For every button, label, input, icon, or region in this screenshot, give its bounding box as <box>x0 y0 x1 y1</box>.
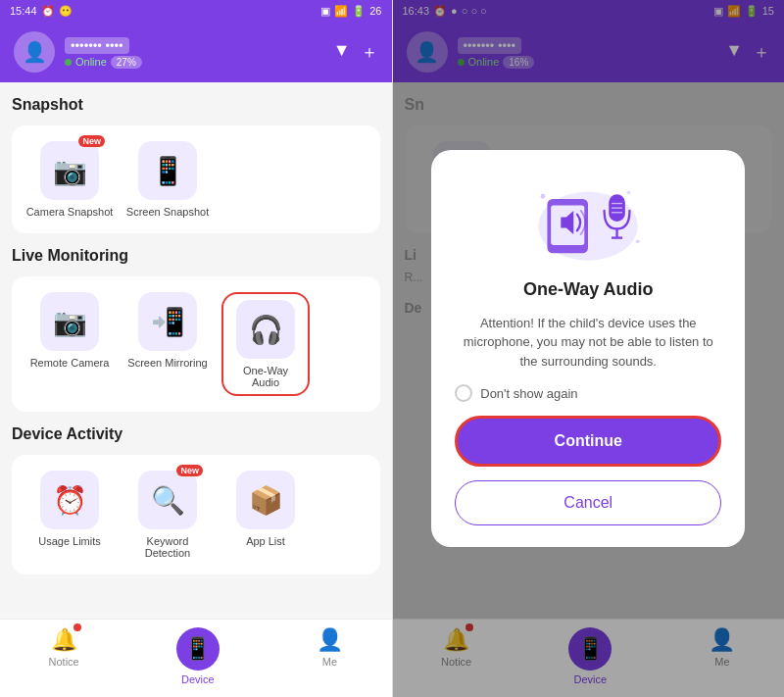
audio-illustration-svg <box>529 173 647 271</box>
device-activity-card: ⏰ Usage Limits 🔍 New Keyword Detection 📦 <box>12 455 380 574</box>
usage-limits-item[interactable]: ⏰ Usage Limits <box>25 471 114 559</box>
one-way-audio-icon-box: 🎧 <box>236 300 295 359</box>
dont-show-label: Don't show again <box>480 386 577 401</box>
left-status-icons: ▣ 📶 🔋 26 <box>320 5 381 18</box>
camera-snapshot-icon-box: 📷 New <box>40 141 99 200</box>
left-status-bar: 15:44 ⏰ 😶 ▣ 📶 🔋 26 <box>0 0 392 22</box>
left-bottom-nav: 🔔 Notice 📱 Device 👤 Me <box>0 619 392 697</box>
app-list-item[interactable]: 📦 App List <box>221 471 310 559</box>
header-icons: ▼ ＋ <box>333 40 378 64</box>
status-text: Online <box>75 56 107 68</box>
header-info: ••••••• •••• Online 27% <box>65 36 323 69</box>
remote-camera-icon: 📷 <box>53 306 87 338</box>
camera-snapshot-label: Camera Snapshot <box>26 206 114 218</box>
screen-snapshot-icon-box: 📱 <box>138 141 197 200</box>
alarm-icon: ⏰ <box>41 5 55 18</box>
keyword-detection-label: Keyword Detection <box>123 535 212 559</box>
screen-mirroring-icon: 📲 <box>151 306 185 338</box>
screen-mirroring-item[interactable]: 📲 Screen Mirroring <box>123 292 212 396</box>
screen-snapshot-label: Screen Snapshot <box>126 206 209 218</box>
time-display: 15:44 <box>10 5 37 17</box>
continue-button[interactable]: Continue <box>455 416 721 467</box>
keyword-detection-item[interactable]: 🔍 New Keyword Detection <box>123 471 212 559</box>
new-badge: New <box>78 135 105 147</box>
snapshot-card: 📷 New Camera Snapshot 📱 Screen Snapshot <box>12 125 380 233</box>
keyword-detection-icon: 🔍 <box>151 484 185 517</box>
app-list-icon: 📦 <box>249 484 283 517</box>
dropdown-icon[interactable]: ▼ <box>333 40 351 64</box>
wifi-icon: 📶 <box>334 5 348 18</box>
nav-device[interactable]: 📱 Device <box>176 627 220 685</box>
app-list-icon-box: 📦 <box>236 471 295 529</box>
device-label: Device <box>181 673 215 685</box>
modal-title: One-Way Audio <box>523 279 654 300</box>
live-monitoring-card: 📷 Remote Camera 📲 Screen Mirroring 🎧 One… <box>12 276 380 412</box>
user-status: Online 27% <box>65 56 323 69</box>
nav-notice[interactable]: 🔔 Notice <box>49 627 79 685</box>
modal-overlay: One-Way Audio Attention! If the child's … <box>393 0 785 697</box>
me-label: Me <box>322 656 337 668</box>
screen-snapshot-icon: 📱 <box>151 155 185 187</box>
modal-illustration <box>529 177 647 266</box>
snapshot-grid: 📷 New Camera Snapshot 📱 Screen Snapshot <box>25 141 367 218</box>
device-icon: 📱 <box>176 627 220 671</box>
svg-point-10 <box>541 194 546 199</box>
one-way-audio-modal: One-Way Audio Attention! If the child's … <box>431 150 745 548</box>
svg-point-12 <box>627 190 631 194</box>
nav-me[interactable]: 👤 Me <box>317 627 343 685</box>
screen-mirroring-label: Screen Mirroring <box>127 357 207 369</box>
me-icon: 👤 <box>317 627 343 653</box>
online-dot <box>65 59 72 66</box>
svg-point-11 <box>636 239 640 243</box>
live-monitoring-section-title: Live Monitoring <box>12 247 380 265</box>
left-header: 👤 ••••••• •••• Online 27% ▼ ＋ <box>0 22 392 82</box>
camera-icon: 📷 <box>53 155 87 187</box>
modal-description: Attention! If the child's device uses th… <box>455 314 721 372</box>
remote-camera-icon-box: 📷 <box>40 292 99 351</box>
usage-limits-icon: ⏰ <box>53 484 87 517</box>
usage-limits-label: Usage Limits <box>38 535 101 547</box>
remote-camera-label: Remote Camera <box>30 357 110 369</box>
right-panel: 16:43 ⏰ ● ○ ○ ○ ▣ 📶 🔋 15 👤 ••••••• •••• … <box>393 0 785 697</box>
notice-icon: 🔔 <box>51 627 77 653</box>
screen-snapshot-item[interactable]: 📱 Screen Snapshot <box>123 141 212 218</box>
add-icon[interactable]: ＋ <box>361 40 378 64</box>
one-way-audio-label: One-Way Audio <box>229 365 302 388</box>
cancel-button[interactable]: Cancel <box>455 480 721 525</box>
face-icon: 😶 <box>59 5 73 18</box>
device-battery: 27% <box>111 56 142 69</box>
avatar: 👤 <box>14 31 55 73</box>
left-content: Snapshot 📷 New Camera Snapshot 📱 Screen … <box>0 82 392 619</box>
notice-label: Notice <box>49 656 79 668</box>
remote-camera-item[interactable]: 📷 Remote Camera <box>25 292 114 396</box>
battery-icon: 🔋 <box>352 5 366 18</box>
device-activity-grid: ⏰ Usage Limits 🔍 New Keyword Detection 📦 <box>25 471 367 559</box>
camera-snapshot-item[interactable]: 📷 New Camera Snapshot <box>25 141 114 218</box>
device-activity-section-title: Device Activity <box>12 425 380 443</box>
headphone-icon: 🎧 <box>249 314 283 346</box>
left-status-time: 15:44 ⏰ 😶 <box>10 5 73 18</box>
snapshot-section-title: Snapshot <box>12 96 380 114</box>
keyword-new-badge: New <box>176 465 203 476</box>
left-panel: 15:44 ⏰ 😶 ▣ 📶 🔋 26 👤 ••••••• •••• Online… <box>0 0 392 697</box>
signal-icon: ▣ <box>320 5 330 18</box>
one-way-audio-item[interactable]: 🎧 One-Way Audio <box>221 292 310 396</box>
keyword-detection-icon-box: 🔍 New <box>138 471 197 529</box>
app-list-label: App List <box>246 535 285 547</box>
usage-limits-icon-box: ⏰ <box>40 471 99 529</box>
notice-badge <box>74 623 81 631</box>
live-monitoring-grid: 📷 Remote Camera 📲 Screen Mirroring 🎧 One… <box>25 292 367 396</box>
screen-mirroring-icon-box: 📲 <box>138 292 197 351</box>
battery-level: 26 <box>369 5 381 17</box>
user-name: ••••••• •••• <box>65 37 129 54</box>
dont-show-checkbox[interactable] <box>455 384 472 402</box>
dont-show-row[interactable]: Don't show again <box>455 384 577 402</box>
